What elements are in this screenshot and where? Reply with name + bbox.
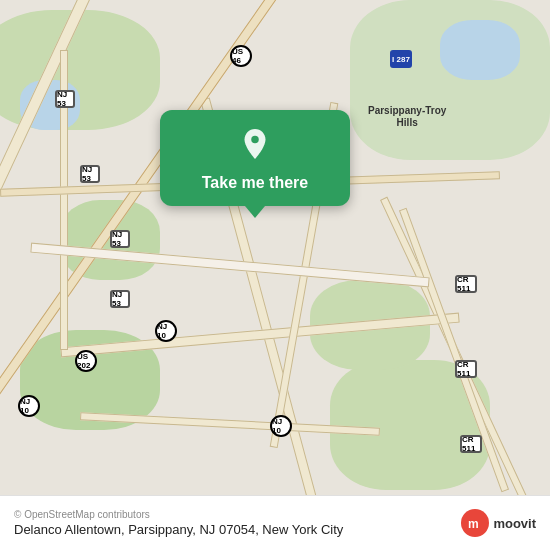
shield-label-nj53d: NJ 53 [110, 290, 130, 308]
address-text: Delanco Allentown, Parsippany, NJ 07054,… [14, 522, 461, 537]
take-me-there-button[interactable]: Take me there [202, 174, 308, 192]
map-pin-area[interactable]: Take me there [155, 110, 355, 206]
water-area [440, 20, 520, 80]
bottom-bar-left: © OpenStreetMap contributors Delanco All… [14, 509, 461, 537]
route-shield-nj53b: NJ 53 [80, 165, 100, 183]
moovit-icon: m [461, 509, 489, 537]
route-shield-us202a: US 202 [75, 350, 97, 372]
svg-text:m: m [468, 517, 479, 531]
route-shield-nj53a: NJ 53 [55, 90, 75, 108]
route-shield-nj53d: NJ 53 [110, 290, 130, 308]
route-shield-us46: US 46 [230, 45, 252, 67]
route-shield-us10a: NJ 10 [155, 320, 177, 342]
route-shield-cr511c: CR 511 [460, 435, 482, 453]
pin-bubble[interactable]: Take me there [160, 110, 350, 206]
shield-label-cr511b: CR 511 [455, 360, 477, 378]
svg-point-0 [251, 136, 259, 144]
moovit-text: moovit [493, 516, 536, 531]
route-shield-us10c: NJ 10 [18, 395, 40, 417]
route-shield-us10b: NJ 10 [270, 415, 292, 437]
route-shield-i287: I 287 [390, 50, 412, 68]
map-container: US 46NJ 53NJ 53NJ 53NJ 53I 287NJ 10NJ 10… [0, 0, 550, 550]
moovit-logo: m moovit [461, 509, 536, 537]
shield-label-nj53b: NJ 53 [80, 165, 100, 183]
shield-label-us46: US 46 [230, 45, 252, 67]
bottom-bar: © OpenStreetMap contributors Delanco All… [0, 495, 550, 550]
shield-label-cr511c: CR 511 [460, 435, 482, 453]
shield-label-i287: I 287 [390, 50, 412, 68]
shield-label-cr511a: CR 511 [455, 275, 477, 293]
route-shield-cr511a: CR 511 [455, 275, 477, 293]
shield-label-us202a: US 202 [75, 350, 97, 372]
shield-label-nj53a: NJ 53 [55, 90, 75, 108]
shield-label-us10c: NJ 10 [18, 395, 40, 417]
green-area [350, 0, 550, 160]
shield-label-nj53c: NJ 53 [110, 230, 130, 248]
copyright-text: © OpenStreetMap contributors [14, 509, 461, 520]
location-pin-icon [235, 124, 275, 164]
shield-label-us10a: NJ 10 [155, 320, 177, 342]
route-shield-cr511b: CR 511 [455, 360, 477, 378]
shield-label-us10b: NJ 10 [270, 415, 292, 437]
place-label-parsippany: Parsippany-TroyHills [368, 105, 446, 129]
route-shield-nj53c: NJ 53 [110, 230, 130, 248]
